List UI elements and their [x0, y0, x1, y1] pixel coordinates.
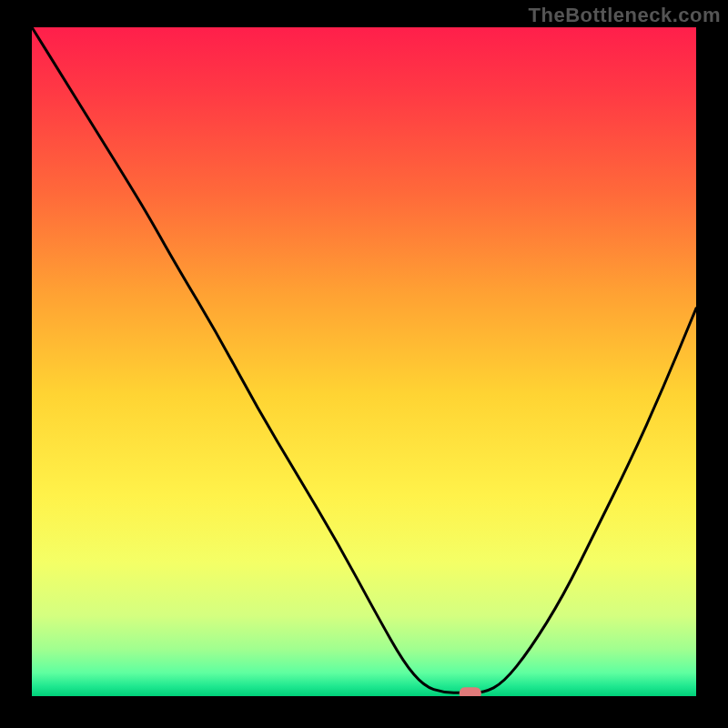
marker-point	[460, 687, 481, 696]
chart-frame: TheBottleneck.com	[0, 0, 728, 728]
gradient-background	[32, 27, 696, 696]
watermark-text: TheBottleneck.com	[529, 4, 721, 27]
chart-svg	[32, 27, 696, 696]
plot-area	[32, 27, 696, 696]
